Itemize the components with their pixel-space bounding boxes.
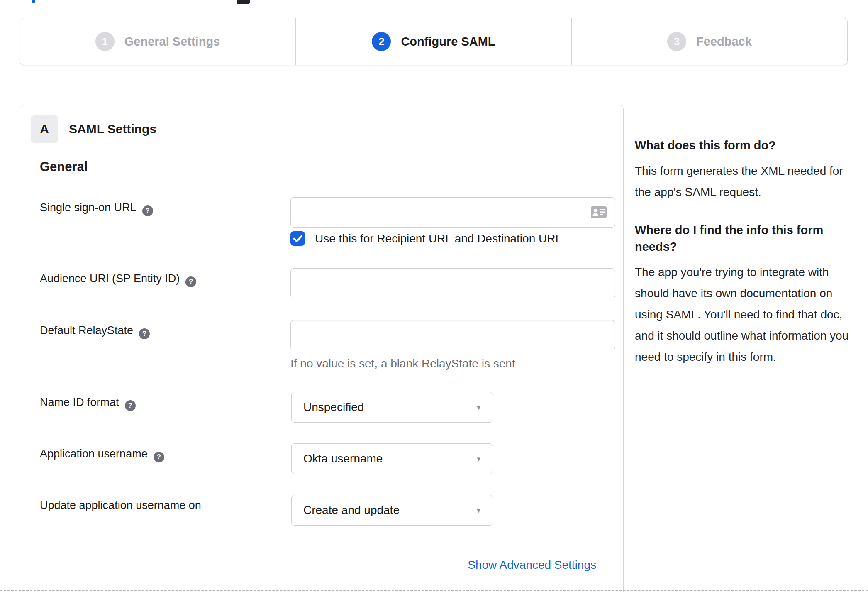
help-icon[interactable]: ? [185,276,196,287]
name-id-format-select[interactable]: Unspecified ▼ [291,392,493,423]
wizard-stepper: 1 General Settings 2 Configure SAML 3 Fe… [20,18,848,65]
step-number-badge: 3 [667,32,686,51]
contact-card-icon[interactable] [591,206,607,220]
step-number-badge: 2 [372,32,391,51]
panel-header: A SAML Settings [31,115,156,143]
application-username-select[interactable]: Okta username ▼ [291,443,493,474]
chevron-down-icon: ▼ [475,507,482,514]
audience-uri-label: Audience URI (SP Entity ID)? [40,272,196,287]
recipient-url-checkbox-label: Use this for Recipient URL and Destinati… [315,232,562,245]
select-value: Unspecified [303,401,364,414]
default-relaystate-label: Default RelayState? [40,324,150,339]
audience-uri-input[interactable] [290,268,615,298]
step-feedback[interactable]: 3 Feedback [571,18,847,65]
chevron-down-icon: ▼ [475,455,482,462]
saml-settings-panel: A SAML Settings General Single sign-on U… [20,105,624,592]
step-label: General Settings [124,35,220,49]
help-heading: Where do I find the info this form needs… [635,222,846,255]
checkmark-icon [293,235,302,242]
step-label: Feedback [696,35,752,49]
general-section-heading: General [40,159,88,174]
help-icon[interactable]: ? [142,205,153,216]
step-number-badge: 1 [95,32,115,51]
help-block-where: Where do I find the info this form needs… [635,222,863,367]
chevron-down-icon: ▼ [475,404,482,411]
bottom-dashed-divider [0,590,868,591]
field-label-text: Single sign-on URL [40,201,137,214]
step-configure-saml[interactable]: 2 Configure SAML [295,18,571,65]
update-username-label: Update application username on [40,499,201,512]
application-username-label: Application username? [40,448,164,462]
section-a-badge: A [31,115,58,143]
help-body: The app you're trying to integrate with … [635,262,862,367]
field-label-text: Update application username on [40,499,201,511]
help-icon[interactable]: ? [125,400,136,411]
step-general-settings[interactable]: 1 General Settings [20,18,295,65]
recipient-url-checkbox-row: Use this for Recipient URL and Destinati… [290,231,562,246]
update-username-select[interactable]: Create and update ▼ [291,495,493,526]
recipient-url-checkbox[interactable] [290,231,305,246]
name-id-format-label: Name ID format? [40,396,136,411]
cut-off-icon-fragment [237,0,250,4]
field-label-text: Default RelayState [40,324,133,337]
field-label-text: Application username [40,448,148,460]
help-icon[interactable]: ? [154,452,164,462]
select-value: Okta username [303,452,383,465]
field-label-text: Name ID format [40,396,119,409]
configure-saml-page: 1 General Settings 2 Configure SAML 3 Fe… [0,0,868,592]
help-heading: What does this form do? [635,137,846,154]
select-value: Create and update [303,504,400,517]
help-body: This form generates the XML needed for t… [635,160,844,203]
panel-title: SAML Settings [69,122,156,136]
single-sign-on-url-label: Single sign-on URL? [40,201,153,216]
default-relaystate-input[interactable] [290,320,615,350]
help-block-what: What does this form do? This form genera… [635,137,863,203]
field-label-text: Audience URI (SP Entity ID) [40,272,180,285]
step-label: Configure SAML [401,35,495,49]
help-sidebar: What does this form do? This form genera… [635,137,863,367]
cut-off-logo-fragment [32,0,35,3]
help-icon[interactable]: ? [139,328,150,339]
show-advanced-settings-link[interactable]: Show Advanced Settings [468,558,596,572]
relaystate-helper-text: If no value is set, a blank RelayState i… [290,357,515,370]
single-sign-on-url-input[interactable] [290,197,615,228]
